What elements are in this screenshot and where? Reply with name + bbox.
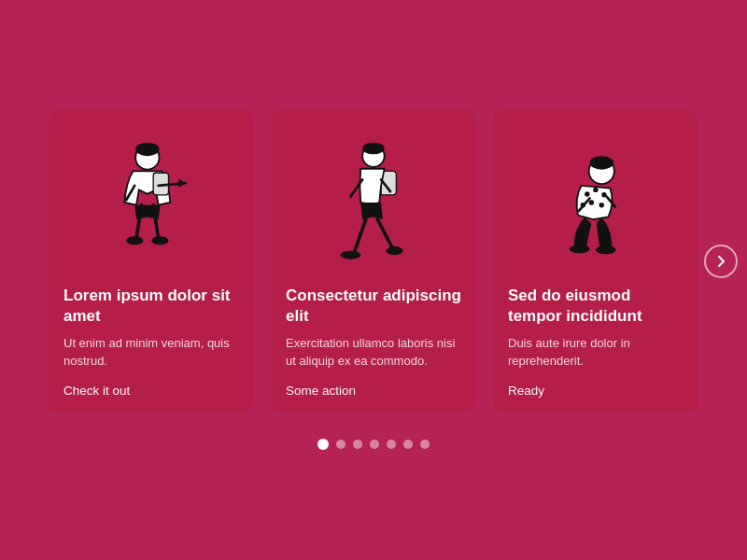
dot-3[interactable] — [353, 440, 362, 449]
dot-2[interactable] — [336, 440, 345, 449]
dot-5[interactable] — [387, 440, 396, 449]
svg-point-26 — [599, 203, 604, 207]
card-2-illustration — [286, 125, 461, 274]
svg-point-9 — [151, 237, 168, 245]
card-2-title: Consectetur adipiscing elit — [286, 286, 461, 326]
card-1-illustration — [63, 125, 239, 274]
svg-line-17 — [378, 220, 393, 250]
card-2-body: Exercitation ullamco laboris nisi ut ali… — [286, 335, 461, 371]
card-2: Consectetur adipiscing elit Exercitation… — [271, 110, 476, 412]
card-2-link[interactable]: Some action — [286, 384, 461, 398]
card-3-title: Sed do eiusmod tempor incididunt — [508, 286, 684, 326]
svg-point-23 — [593, 188, 598, 192]
dot-1[interactable] — [317, 439, 329, 450]
card-1: Lorem ipsum dolor sit amet Ut enim ad mi… — [49, 110, 254, 412]
person-walking-icon — [318, 139, 429, 274]
svg-marker-4 — [178, 179, 185, 188]
svg-line-16 — [354, 220, 366, 254]
svg-point-1 — [135, 143, 159, 157]
next-arrow-button[interactable] — [704, 245, 738, 278]
svg-point-31 — [596, 246, 616, 255]
svg-point-30 — [570, 245, 590, 254]
carousel-wrapper: Lorem ipsum dolor sit amet Ut enim ad mi… — [19, 110, 728, 412]
card-3-link[interactable]: Ready — [508, 384, 684, 398]
svg-point-18 — [341, 251, 361, 259]
carousel-dots — [317, 439, 430, 450]
svg-point-22 — [585, 192, 589, 197]
card-1-body: Ut enim ad minim veniam, quis nostrud. — [63, 335, 239, 371]
svg-point-25 — [589, 201, 594, 205]
person-pointing-icon — [101, 139, 203, 274]
card-1-link[interactable]: Check it out — [63, 384, 239, 398]
svg-point-21 — [590, 157, 613, 171]
dot-7[interactable] — [420, 440, 430, 449]
svg-point-19 — [387, 247, 403, 256]
person-crouching-icon — [541, 139, 651, 274]
card-1-title: Lorem ipsum dolor sit amet — [63, 286, 239, 326]
card-3-body: Duis aute irure dolor in reprehenderit. — [508, 335, 684, 371]
chevron-right-icon — [713, 254, 728, 269]
cards-container: Lorem ipsum dolor sit amet Ut enim ad mi… — [19, 110, 728, 412]
card-3-illustration — [508, 125, 684, 274]
dot-4[interactable] — [370, 440, 379, 449]
dot-6[interactable] — [403, 440, 413, 449]
card-3: Sed do eiusmod tempor incididunt Duis au… — [493, 110, 698, 412]
svg-point-8 — [126, 237, 143, 245]
svg-point-11 — [362, 143, 385, 155]
